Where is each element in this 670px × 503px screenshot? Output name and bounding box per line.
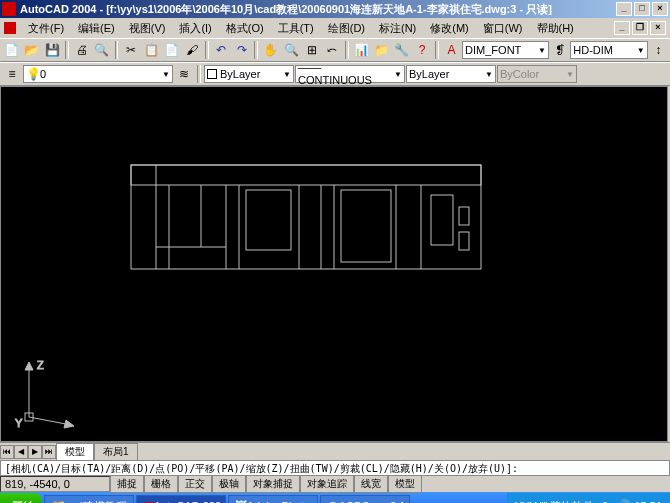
- zoom-rt-button[interactable]: 🔍: [282, 40, 301, 60]
- cut-button[interactable]: ✂: [121, 40, 140, 60]
- save-button[interactable]: 💾: [43, 40, 62, 60]
- command-line[interactable]: [相机(CA)/目标(TA)/距离(D)/点(PO)/平移(PA)/缩放(Z)/…: [0, 460, 670, 476]
- zoom-prev-button[interactable]: ⤺: [322, 40, 341, 60]
- separator: [254, 41, 258, 59]
- doc-icon: [4, 22, 16, 34]
- color-combo[interactable]: ByLayer▼: [204, 65, 294, 83]
- dim-style2-combo[interactable]: HD-DIM▼: [570, 41, 647, 59]
- tool-button[interactable]: 🔧: [392, 40, 411, 60]
- menu-draw[interactable]: 绘图(D): [322, 19, 371, 38]
- tab-first-button[interactable]: ⏮: [0, 445, 14, 459]
- dc-button[interactable]: 📁: [372, 40, 391, 60]
- layer-value: 0: [40, 68, 46, 80]
- tab-layout1[interactable]: 布局1: [94, 443, 138, 461]
- dim3-button[interactable]: ↕: [649, 40, 668, 60]
- status-snap[interactable]: 捕捉: [110, 475, 144, 493]
- drawing-svg: Z Y: [1, 87, 669, 443]
- new-icon: 📄: [5, 43, 19, 57]
- layer-mgr-button[interactable]: ≡: [2, 64, 22, 84]
- undo-button[interactable]: ↶: [212, 40, 231, 60]
- dc-icon: 📁: [375, 43, 389, 57]
- status-polar[interactable]: 极轴: [212, 475, 246, 493]
- menu-view[interactable]: 视图(V): [123, 19, 172, 38]
- status-grid[interactable]: 栅格: [144, 475, 178, 493]
- status-osnap[interactable]: 对象捕捉: [246, 475, 300, 493]
- menu-file[interactable]: 文件(F): [22, 19, 70, 38]
- chevron-down-icon: ▼: [566, 70, 574, 79]
- status-lwt[interactable]: 线宽: [354, 475, 388, 493]
- dim-button[interactable]: A: [442, 40, 461, 60]
- linetype-combo[interactable]: ─── CONTINUOUS▼: [295, 65, 405, 83]
- props-button[interactable]: 📊: [352, 40, 371, 60]
- doc-restore-button[interactable]: ❐: [632, 21, 648, 35]
- help-button[interactable]: ?: [413, 40, 432, 60]
- match-button[interactable]: 🖌: [182, 40, 201, 60]
- maximize-button[interactable]: □: [634, 2, 650, 16]
- tray-icon[interactable]: ◐: [598, 499, 612, 503]
- props-icon: 📊: [354, 43, 368, 57]
- volume-icon[interactable]: 🔊: [616, 499, 630, 503]
- menu-dimension[interactable]: 标注(N): [373, 19, 422, 38]
- zoom-win-button[interactable]: ⊞: [302, 40, 321, 60]
- start-label: 开始: [10, 499, 32, 504]
- tab-next-button[interactable]: ▶: [28, 445, 42, 459]
- app-icon: [2, 2, 16, 16]
- doc-close-button[interactable]: ×: [650, 21, 666, 35]
- lineweight-value: ByLayer: [409, 68, 449, 80]
- status-bar: 819, -4540, 0 捕捉 栅格 正交 极轴 对象捕捉 对象追踪 线宽 模…: [0, 476, 670, 492]
- svg-rect-0: [131, 165, 481, 269]
- layer-combo[interactable]: 💡0▼: [23, 65, 173, 83]
- close-button[interactable]: ×: [652, 2, 668, 16]
- layers-icon: ≡: [5, 67, 19, 81]
- tab-prev-button[interactable]: ◀: [14, 445, 28, 459]
- menu-insert[interactable]: 插入(I): [173, 19, 217, 38]
- menu-window[interactable]: 窗口(W): [477, 19, 529, 38]
- pan-button[interactable]: ✋: [261, 40, 280, 60]
- system-tray[interactable]: YYY "" 装饰软件 ◐ 🔊 15:51: [507, 493, 670, 503]
- preview-button[interactable]: 🔍: [92, 40, 111, 60]
- svg-rect-16: [459, 232, 469, 250]
- task-item-photoshop[interactable]: 🖼Adobe Photo…: [228, 495, 318, 503]
- copy-button[interactable]: 📋: [142, 40, 161, 60]
- new-button[interactable]: 📄: [2, 40, 21, 60]
- menu-tools[interactable]: 工具(T): [272, 19, 320, 38]
- paste-button[interactable]: 📄: [162, 40, 181, 60]
- autocad-icon: ▣: [143, 499, 154, 503]
- doc-minimize-button[interactable]: _: [614, 21, 630, 35]
- task-item-acdsee[interactable]: 👁ACDSee v3.1…: [320, 495, 410, 503]
- task-item-cad-tutorial[interactable]: 📁cad建模教程: [44, 495, 134, 503]
- task-item-autocad[interactable]: ▣AutoCAD 200…: [136, 495, 226, 503]
- start-button[interactable]: 开始: [0, 493, 42, 503]
- plotstyle-combo[interactable]: ByColor▼: [497, 65, 577, 83]
- preview-icon: 🔍: [95, 43, 109, 57]
- tab-last-button[interactable]: ⏭: [42, 445, 56, 459]
- window-titlebar: AutoCAD 2004 - [f:\yy\ys1\2006年\2006年10月…: [0, 0, 670, 18]
- redo-button[interactable]: ↷: [232, 40, 251, 60]
- menu-modify[interactable]: 修改(M): [424, 19, 475, 38]
- dim-style-combo[interactable]: DIM_FONT▼: [462, 41, 549, 59]
- dim3-icon: ↕: [651, 43, 665, 57]
- status-model[interactable]: 模型: [388, 475, 422, 493]
- status-otrack[interactable]: 对象追踪: [300, 475, 354, 493]
- menubar: 文件(F) 编辑(E) 视图(V) 插入(I) 格式(O) 工具(T) 绘图(D…: [0, 18, 670, 38]
- separator: [205, 41, 209, 59]
- dim-style-value: DIM_FONT: [465, 44, 521, 56]
- menu-format[interactable]: 格式(O): [220, 19, 270, 38]
- tab-model[interactable]: 模型: [56, 443, 94, 461]
- minimize-button[interactable]: _: [616, 2, 632, 16]
- drawing-canvas[interactable]: Z Y: [0, 86, 668, 442]
- windows-taskbar: 开始 📁cad建模教程 ▣AutoCAD 200… 🖼Adobe Photo… …: [0, 492, 670, 503]
- chevron-down-icon: ▼: [485, 70, 493, 79]
- menu-edit[interactable]: 编辑(E): [72, 19, 121, 38]
- dim2-button[interactable]: ❡: [550, 40, 569, 60]
- coordinates-display: 819, -4540, 0: [0, 476, 110, 492]
- menu-help[interactable]: 帮助(H): [531, 19, 580, 38]
- open-button[interactable]: 📂: [22, 40, 41, 60]
- layer-toolbar: ≡ 💡0▼ ≋ ByLayer▼ ─── CONTINUOUS▼ ByLayer…: [0, 62, 670, 86]
- svg-rect-7: [246, 190, 291, 250]
- status-ortho[interactable]: 正交: [178, 475, 212, 493]
- layer-prev-button[interactable]: ≋: [174, 64, 194, 84]
- acdsee-icon: 👁: [327, 499, 339, 503]
- lineweight-combo[interactable]: ByLayer▼: [406, 65, 496, 83]
- print-button[interactable]: 🖨: [72, 40, 91, 60]
